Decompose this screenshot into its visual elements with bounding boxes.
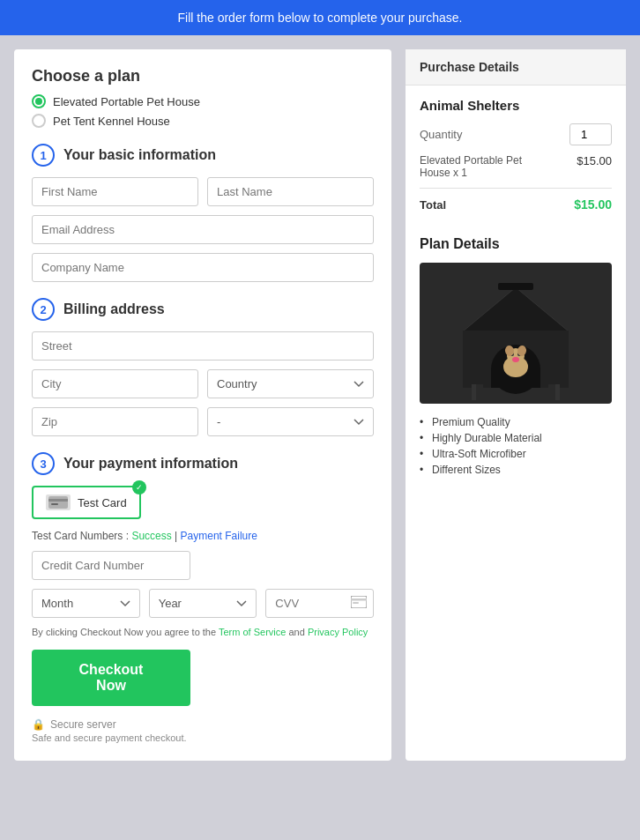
- expiry-cvv-row: Month Year: [32, 589, 374, 618]
- lock-icon: 🔒: [32, 718, 45, 731]
- section-number-3: 3: [32, 452, 55, 475]
- street-input[interactable]: [32, 331, 374, 361]
- plan-option-2[interactable]: Pet Tent Kennel House: [32, 114, 374, 128]
- radio-elevated[interactable]: [32, 94, 46, 108]
- secure-server: 🔒 Secure server: [32, 718, 374, 731]
- product-image: [420, 263, 612, 404]
- test-card-numbers: Test Card Numbers : Success | Payment Fa…: [32, 530, 374, 542]
- svg-rect-3: [351, 596, 367, 608]
- secure-label: Secure server: [50, 718, 116, 731]
- company-input[interactable]: [32, 253, 374, 282]
- billing-title: Billing address: [63, 301, 165, 317]
- zip-state-row: -: [32, 407, 374, 436]
- item-name: Elevated Portable Pet House x 1: [420, 154, 534, 179]
- total-price: $15.00: [574, 197, 612, 212]
- street-field: [32, 331, 374, 361]
- name-row: [32, 177, 374, 206]
- company-field: [32, 253, 374, 282]
- section-number-2: 2: [32, 298, 55, 321]
- quantity-input[interactable]: [569, 123, 612, 145]
- purchase-details-header: Purchase Details: [406, 49, 626, 85]
- street-row: [32, 331, 374, 361]
- email-input[interactable]: [32, 215, 374, 244]
- terms-link[interactable]: Term of Service: [219, 627, 286, 637]
- privacy-link[interactable]: Privacy Policy: [308, 627, 368, 637]
- country-select[interactable]: Country: [207, 369, 374, 398]
- right-panel: Purchase Details Animal Shelters Quantit…: [406, 49, 626, 761]
- state-field: -: [207, 407, 374, 436]
- banner-text: Fill the order form below to complete yo…: [178, 11, 463, 25]
- svg-rect-8: [498, 283, 533, 290]
- top-banner: Fill the order form below to complete yo…: [0, 0, 640, 35]
- total-label: Total: [420, 198, 446, 212]
- cvv-card-icon: [351, 596, 367, 612]
- radio-tent[interactable]: [32, 114, 46, 128]
- test-card-label: Test Card: [78, 496, 127, 509]
- state-select[interactable]: -: [207, 407, 374, 436]
- city-input[interactable]: [32, 369, 198, 398]
- svg-point-20: [512, 357, 519, 362]
- item-price: $15.00: [577, 154, 612, 167]
- last-name-field: [207, 177, 374, 206]
- card-icon: [46, 494, 71, 510]
- test-card-option[interactable]: Test Card ✓: [32, 486, 141, 519]
- plan-label-2: Pet Tent Kennel House: [53, 115, 170, 128]
- quantity-label: Quantity: [420, 128, 462, 141]
- quantity-row: Quantity: [420, 123, 612, 145]
- email-row: [32, 215, 374, 244]
- basic-info-title: Your basic information: [63, 147, 216, 163]
- product-category: Animal Shelters: [420, 98, 612, 113]
- product-features: Premium Quality Highly Durable Material …: [420, 416, 612, 476]
- zip-input[interactable]: [32, 407, 198, 436]
- city-field: [32, 369, 198, 398]
- feature-1: Premium Quality: [420, 416, 612, 428]
- success-link[interactable]: Success: [131, 530, 171, 542]
- city-country-row: Country: [32, 369, 374, 398]
- country-field: Country: [207, 369, 374, 398]
- last-name-input[interactable]: [207, 177, 374, 206]
- test-card-prefix: Test Card Numbers :: [32, 530, 131, 542]
- year-field: Year: [149, 589, 257, 618]
- svg-rect-5: [353, 602, 359, 604]
- month-field: Month: [32, 589, 140, 618]
- plan-option-1[interactable]: Elevated Portable Pet House: [32, 94, 374, 108]
- purchase-details-body: Animal Shelters Quantity Elevated Portab…: [406, 85, 626, 224]
- feature-4: Different Sizes: [420, 464, 612, 476]
- payment-header: 3 Your payment information: [32, 452, 374, 475]
- section-number-1: 1: [32, 144, 55, 167]
- svg-rect-15: [548, 384, 555, 400]
- billing-header: 2 Billing address: [32, 298, 374, 321]
- feature-2: Highly Durable Material: [420, 432, 612, 444]
- cvv-field: [265, 589, 374, 618]
- cc-number-input[interactable]: [32, 551, 190, 580]
- terms-prefix: By clicking Checkout Now you agree to th…: [32, 627, 219, 637]
- item-row: Elevated Portable Pet House x 1 $15.00: [420, 154, 612, 179]
- choose-plan-title: Choose a plan: [32, 67, 374, 85]
- month-select[interactable]: Month: [32, 589, 140, 618]
- svg-rect-14: [476, 384, 483, 400]
- company-row: [32, 253, 374, 282]
- terms-middle: and: [288, 627, 307, 637]
- svg-rect-4: [351, 598, 367, 601]
- terms-text: By clicking Checkout Now you agree to th…: [32, 627, 374, 637]
- card-check-icon: ✓: [132, 480, 146, 494]
- secure-sub-text: Safe and secure payment checkout.: [32, 732, 374, 743]
- svg-rect-2: [51, 503, 58, 505]
- first-name-input[interactable]: [32, 177, 198, 206]
- plan-label-1: Elevated Portable Pet House: [53, 95, 200, 108]
- cc-number-row: [32, 551, 374, 580]
- total-row: Total $15.00: [420, 188, 612, 212]
- svg-rect-0: [48, 496, 68, 509]
- email-field: [32, 215, 374, 244]
- zip-field: [32, 407, 198, 436]
- year-select[interactable]: Year: [149, 589, 257, 618]
- payment-title: Your payment information: [63, 456, 238, 472]
- checkout-button[interactable]: Checkout Now: [32, 650, 190, 706]
- left-panel: Choose a plan Elevated Portable Pet Hous…: [14, 49, 391, 761]
- first-name-field: [32, 177, 198, 206]
- svg-rect-1: [48, 499, 68, 502]
- basic-info-header: 1 Your basic information: [32, 144, 374, 167]
- cc-field: [32, 551, 374, 580]
- feature-3: Ultra-Soft Microfiber: [420, 448, 612, 460]
- failure-link[interactable]: Payment Failure: [181, 530, 257, 542]
